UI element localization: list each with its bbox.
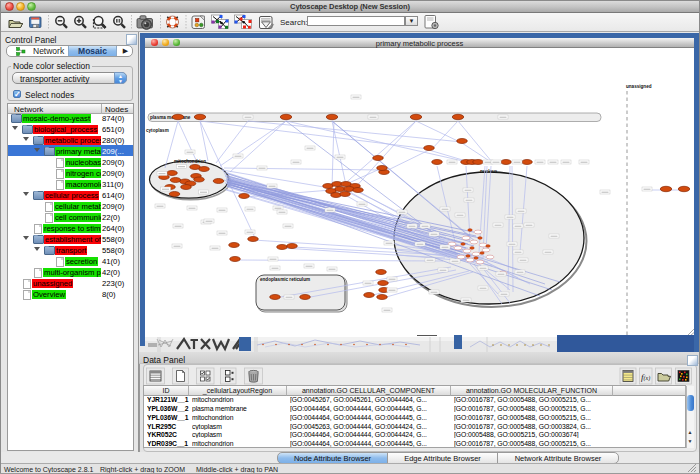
svg-text:cytoplasm: cytoplasm: [146, 128, 169, 133]
svg-text:unassigned: unassigned: [626, 84, 652, 89]
svg-text:endoplasmic reticulum: endoplasmic reticulum: [260, 277, 310, 282]
svg-text:plasma membrane: plasma membrane: [150, 115, 191, 120]
svg-text:mitochondrion: mitochondrion: [174, 159, 206, 164]
svg-text:nucleus: nucleus: [480, 169, 498, 174]
